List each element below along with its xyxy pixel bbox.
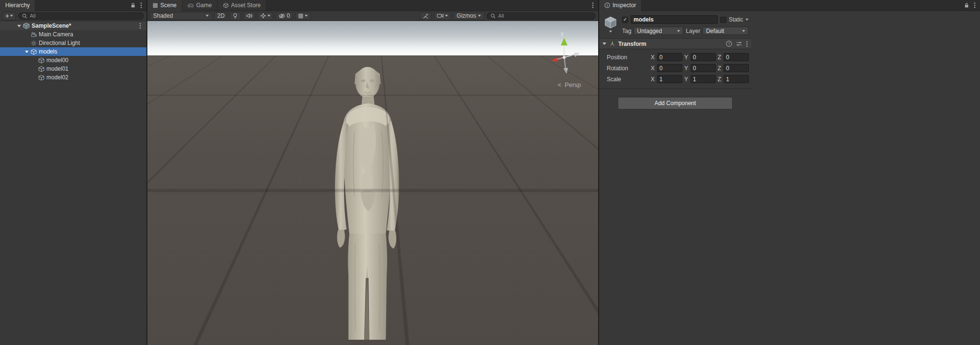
add-component-button[interactable]: Add Component — [618, 97, 733, 109]
scale-row: Scale X Y Z — [599, 74, 749, 85]
foldout-open-icon[interactable] — [25, 51, 29, 53]
speaker-icon — [246, 13, 252, 19]
presets-icon[interactable] — [736, 41, 742, 46]
scene-strip-actions — [592, 0, 598, 11]
info-icon — [604, 2, 610, 8]
chevron-down-icon — [10, 15, 13, 17]
chevron-down-icon — [478, 15, 481, 17]
scale-z-field[interactable] — [724, 75, 749, 83]
tab-asset-store[interactable]: Asset Store — [218, 0, 267, 11]
shading-mode-dropdown[interactable]: Shaded — [150, 12, 212, 20]
grid-visibility-dropdown[interactable] — [295, 12, 311, 20]
indent-spacer — [25, 34, 29, 35]
tools-icon — [423, 13, 429, 19]
hidden-objects-button[interactable]: 0 — [276, 12, 293, 20]
kebab-menu-icon[interactable] — [746, 41, 748, 47]
layer-dropdown[interactable]: Default — [702, 27, 748, 35]
projection-label: Persp — [565, 81, 581, 88]
create-object-button[interactable]: + — [2, 12, 16, 20]
transform-axis-icon — [609, 41, 615, 47]
cube-object-icon — [31, 49, 37, 55]
active-checkbox[interactable]: ✓ — [622, 17, 628, 23]
light-object-icon — [31, 40, 37, 46]
tag-dropdown[interactable]: Untagged — [634, 27, 683, 35]
static-label: Static — [729, 16, 743, 23]
editor-tools-button[interactable] — [420, 12, 432, 20]
hierarchy-strip-actions — [131, 0, 146, 11]
tab-hierarchy[interactable]: Hierarchy — [0, 0, 35, 11]
unity-scene-icon — [23, 22, 30, 29]
scene-camera-dropdown[interactable] — [434, 12, 451, 20]
scene-lighting-button[interactable] — [230, 12, 241, 20]
hierarchy-search[interactable] — [18, 12, 144, 20]
scale-y-field[interactable] — [690, 75, 716, 83]
kebab-menu-icon[interactable] — [974, 2, 976, 9]
rotation-z-field[interactable] — [724, 64, 749, 72]
chevron-down-icon — [206, 15, 209, 17]
hierarchy-toolbar: + — [0, 11, 146, 21]
foldout-open-icon[interactable] — [602, 43, 606, 45]
scene-search-input[interactable] — [498, 13, 592, 19]
cube-object-icon — [38, 66, 45, 72]
indent-spacer — [33, 69, 36, 69]
chevron-down-icon — [267, 15, 270, 17]
camera-object-icon — [31, 32, 37, 38]
unity-editor: Hierarchy + — [0, 0, 980, 345]
scene-toolbar: Shaded 2D — [147, 11, 598, 21]
scene-options-kebab-icon[interactable] — [139, 22, 146, 29]
search-icon — [490, 13, 496, 19]
position-x-field[interactable] — [657, 53, 682, 61]
toggle-2d-button[interactable]: 2D — [214, 12, 227, 20]
hierarchy-tabstrip: Hierarchy — [0, 0, 146, 11]
rotation-y-field[interactable] — [690, 64, 716, 72]
tab-scene[interactable]: Scene — [147, 0, 182, 11]
tree-row-model02[interactable]: model02 — [0, 73, 146, 82]
static-checkbox[interactable] — [720, 17, 726, 23]
tab-game[interactable]: Game — [182, 0, 218, 11]
scene-tabstrip: Scene Game Asset Store — [147, 0, 598, 11]
lock-icon[interactable] — [964, 2, 969, 8]
object-name-field[interactable] — [631, 15, 718, 24]
indent-spacer — [33, 60, 36, 61]
rotation-x-field[interactable] — [657, 64, 682, 72]
kebab-menu-icon[interactable] — [140, 2, 142, 9]
scale-x-field[interactable] — [657, 75, 682, 83]
tree-row-samplescene[interactable]: SampleScene* — [0, 22, 146, 30]
scene-viewport[interactable]: y < Persp — [147, 21, 598, 345]
tree-row-directional-light[interactable]: Directional Light — [0, 39, 146, 47]
tree-row-model01[interactable]: model01 — [0, 65, 146, 73]
position-y-field[interactable] — [690, 53, 716, 61]
scene-audio-button[interactable] — [243, 12, 255, 20]
model-figure[interactable] — [321, 48, 416, 345]
scene-effects-dropdown[interactable] — [257, 12, 273, 20]
transform-rows: Position X Y Z Rotation X Y Z — [599, 49, 751, 88]
scene-panel: Scene Game Asset Store — [147, 0, 599, 345]
chevron-down-icon — [677, 30, 680, 32]
axis-y-label: y — [561, 31, 564, 36]
tree-row-model00[interactable]: model00 — [0, 56, 146, 65]
foldout-open-icon[interactable] — [17, 25, 21, 27]
kebab-menu-icon[interactable] — [592, 2, 594, 9]
tree-row-main-camera[interactable]: Main Camera — [0, 30, 146, 39]
static-dropdown-chevron-icon[interactable] — [746, 19, 748, 21]
help-icon[interactable]: ? — [726, 41, 732, 47]
chevron-down-icon — [742, 30, 745, 32]
gameobject-icon-button[interactable] — [603, 15, 618, 35]
lock-icon[interactable] — [131, 2, 135, 8]
asset-store-icon — [223, 2, 229, 8]
hierarchy-search-input[interactable] — [30, 13, 140, 19]
scene-search[interactable] — [487, 12, 596, 20]
projection-toggle[interactable]: < Persp — [557, 81, 581, 88]
plus-icon: + — [5, 12, 9, 19]
tab-inspector[interactable]: Inspector — [599, 0, 642, 11]
tree-row-models[interactable]: models — [0, 47, 146, 56]
orientation-gizmo[interactable]: y — [544, 33, 585, 79]
hierarchy-panel: Hierarchy + — [0, 0, 147, 345]
position-z-field[interactable] — [724, 53, 749, 61]
projection-chevron: < — [557, 81, 561, 88]
position-row: Position X Y Z — [599, 52, 749, 63]
camera-icon — [437, 13, 444, 18]
gizmos-dropdown[interactable]: Gizmos — [453, 12, 484, 20]
tab-hierarchy-label: Hierarchy — [5, 2, 30, 9]
transform-header[interactable]: Transform ? — [599, 39, 751, 49]
